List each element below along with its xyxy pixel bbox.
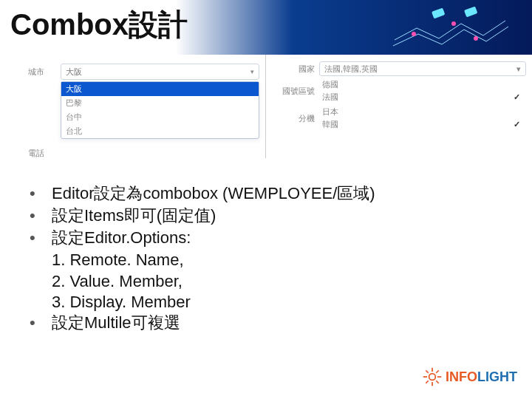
check-item-jp[interactable]: 日本 — [322, 106, 526, 118]
check-label: 日本 — [322, 106, 338, 117]
bullet-text: 設定Editor.Options: — [52, 228, 502, 248]
bullet-dot-icon: • — [30, 205, 52, 226]
bullet-text: 設定Items即可(固定值) — [52, 205, 502, 226]
country-checklist[interactable]: 德國 法國 ✓ — [319, 78, 526, 103]
screenshots-strip: 城市 大阪 ▾ 大阪 巴黎 台中 台北 電話 國家 — [0, 55, 532, 158]
bullet-text: Editor設定為combobox (WEMPLOYEE/區域) — [52, 183, 502, 204]
check-item-fr[interactable]: 法國 ✓ — [322, 91, 526, 103]
svg-line-13 — [436, 370, 439, 373]
check-label: 德國 — [322, 79, 338, 90]
city-label: 城市 — [28, 64, 61, 78]
city-dropdown[interactable]: 大阪 巴黎 台中 台北 — [61, 81, 259, 139]
check-icon: ✓ — [514, 120, 520, 129]
logo-sun-icon — [422, 366, 443, 387]
left-screenshot: 城市 大阪 ▾ 大阪 巴黎 台中 台北 電話 — [0, 55, 266, 158]
svg-line-12 — [426, 381, 429, 383]
city-value: 大阪 — [66, 66, 82, 78]
bullet-item: • 設定Multile可複選 — [30, 313, 502, 333]
svg-point-0 — [412, 32, 416, 36]
option-taichung[interactable]: 台中 — [61, 110, 259, 124]
banner-decoration — [387, 6, 513, 50]
option-taipei[interactable]: 台北 — [61, 124, 259, 138]
svg-rect-3 — [432, 8, 445, 19]
svg-point-1 — [451, 21, 456, 26]
bullet-dot-icon: • — [30, 313, 52, 333]
country-value: 法國,韓國,英國 — [324, 64, 378, 75]
phone-label: 電話 — [28, 145, 61, 159]
svg-point-5 — [429, 374, 436, 381]
check-item-kr[interactable]: 韓國 ✓ — [322, 118, 526, 131]
check-label: 韓國 — [322, 119, 338, 130]
city-combobox[interactable]: 大阪 ▾ — [61, 64, 259, 80]
brand-logo: INFOLIGHT — [422, 366, 517, 387]
subline: 1. Remote. Name, — [30, 250, 502, 270]
bullet-item: • 設定Items即可(固定值) — [30, 205, 502, 226]
title-banner: Combox設計 — [0, 0, 532, 55]
svg-point-2 — [474, 36, 478, 41]
logo-text-1: INFO — [446, 369, 477, 384]
option-paris[interactable]: 巴黎 — [61, 96, 259, 110]
bullet-text: 設定Multile可複選 — [52, 313, 502, 333]
ext-label: 分機 — [275, 113, 319, 124]
country-label: 國家 — [275, 64, 319, 75]
bullet-dot-icon: • — [30, 228, 52, 248]
bullet-dot-icon: • — [30, 183, 52, 204]
logo-text-2: LIGHT — [477, 369, 517, 384]
city-field-row: 城市 大阪 ▾ 大阪 巴黎 台中 台北 — [28, 64, 259, 139]
check-icon: ✓ — [514, 92, 520, 102]
check-label: 法國 — [322, 92, 338, 103]
logo-text: INFOLIGHT — [446, 369, 517, 385]
svg-line-11 — [436, 381, 439, 383]
right-screenshot: 國家 法國,韓國,英國 ▾ 國號區號 德國 法國 ✓ — [266, 55, 532, 158]
country-checklist2[interactable]: 日本 韓國 ✓ — [319, 106, 526, 131]
slide-title: Combox設計 — [10, 4, 188, 45]
phone-field-row: 電話 — [28, 145, 259, 159]
check-item-de[interactable]: 德國 — [322, 78, 526, 91]
option-osaka[interactable]: 大阪 — [61, 82, 259, 96]
country-combobox-multi[interactable]: 法國,韓國,英國 ▾ — [319, 61, 526, 76]
bullet-body: • Editor設定為combobox (WEMPLOYEE/區域) • 設定I… — [0, 158, 532, 333]
ext-field-row: 分機 日本 韓國 ✓ — [275, 106, 526, 131]
subline: 3. Display. Member — [30, 292, 502, 313]
bullet-item: • 設定Editor.Options: — [30, 228, 502, 248]
chevron-down-icon: ▾ — [250, 68, 254, 75]
chevron-down-icon: ▾ — [516, 64, 521, 74]
svg-rect-4 — [464, 7, 477, 18]
bullet-item: • Editor設定為combobox (WEMPLOYEE/區域) — [30, 183, 502, 204]
country-field-row: 國家 法國,韓國,英國 ▾ — [275, 61, 526, 76]
dialcode-label: 國號區號 — [275, 86, 319, 97]
dialcode-field-row: 國號區號 德國 法國 ✓ — [275, 78, 526, 103]
subline: 2. Value. Member, — [30, 271, 502, 292]
svg-line-10 — [426, 370, 429, 373]
